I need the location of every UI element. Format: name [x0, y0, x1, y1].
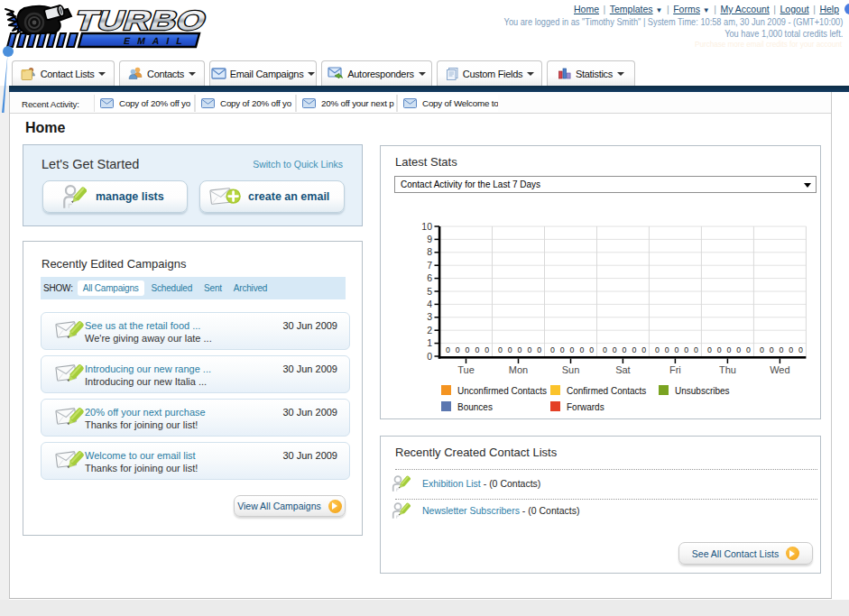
svg-text:0: 0 [623, 345, 627, 354]
svg-text:9: 9 [427, 234, 432, 244]
svg-text:0: 0 [550, 345, 555, 354]
svg-text:4: 4 [427, 299, 432, 309]
svg-text:0: 0 [537, 345, 541, 354]
svg-text:0: 0 [694, 345, 698, 354]
svg-text:Wed: Wed [770, 364, 789, 375]
svg-text:0: 0 [613, 345, 617, 354]
svg-text:6: 6 [427, 272, 432, 283]
svg-text:0: 0 [665, 345, 669, 354]
svg-text:Mon: Mon [509, 364, 528, 375]
svg-text:0: 0 [789, 345, 793, 354]
svg-text:0: 0 [655, 345, 660, 354]
svg-text:2: 2 [427, 325, 432, 336]
svg-text:8: 8 [427, 246, 432, 257]
svg-text:Thu: Thu [719, 364, 736, 375]
svg-text:0: 0 [508, 345, 512, 354]
svg-text:0: 0 [518, 345, 522, 354]
svg-text:Tue: Tue [457, 364, 475, 375]
svg-text:0: 0 [570, 345, 575, 354]
svg-text:0: 0 [684, 345, 688, 354]
svg-text:0: 0 [603, 345, 607, 354]
svg-text:0: 0 [579, 345, 584, 354]
svg-text:0: 0 [498, 345, 503, 354]
svg-text:0: 0 [760, 345, 764, 354]
svg-text:0: 0 [746, 345, 751, 354]
svg-text:0: 0 [798, 345, 803, 354]
svg-text:1: 1 [427, 337, 432, 348]
svg-text:EMAIL: EMAIL [123, 35, 190, 46]
svg-text:7: 7 [427, 260, 432, 271]
svg-text:Unsubscribes: Unsubscribes [675, 386, 730, 396]
svg-text:Forwards: Forwards [567, 402, 604, 412]
svg-text:0: 0 [641, 345, 646, 354]
svg-text:Fri: Fri [669, 364, 681, 375]
svg-text:3: 3 [427, 311, 432, 322]
svg-text:Bounces: Bounces [457, 402, 493, 412]
svg-text:0: 0 [446, 345, 450, 354]
svg-text:0: 0 [717, 345, 722, 354]
svg-text:0: 0 [675, 345, 679, 354]
svg-text:Unconfirmed Contacts: Unconfirmed Contacts [457, 386, 547, 396]
svg-text:Sun: Sun [562, 364, 580, 375]
svg-text:10: 10 [421, 221, 432, 232]
svg-text:0: 0 [707, 345, 712, 354]
svg-text:0: 0 [736, 345, 741, 354]
svg-text:0: 0 [770, 345, 774, 354]
svg-text:0: 0 [466, 345, 470, 354]
svg-text:TURBO: TURBO [71, 5, 211, 36]
svg-text:Confirmed Contacts: Confirmed Contacts [567, 386, 646, 396]
svg-text:0: 0 [527, 345, 531, 354]
svg-text:Sat: Sat [615, 364, 631, 375]
svg-text:0: 0 [780, 345, 784, 354]
svg-text:0: 0 [456, 345, 460, 354]
svg-text:0: 0 [632, 345, 636, 354]
svg-text:0: 0 [560, 345, 565, 354]
svg-text:0: 0 [475, 345, 479, 354]
svg-text:0: 0 [484, 345, 489, 354]
svg-text:0: 0 [427, 351, 432, 362]
svg-text:0: 0 [589, 345, 594, 354]
svg-text:5: 5 [427, 286, 432, 297]
svg-text:0: 0 [727, 345, 732, 354]
